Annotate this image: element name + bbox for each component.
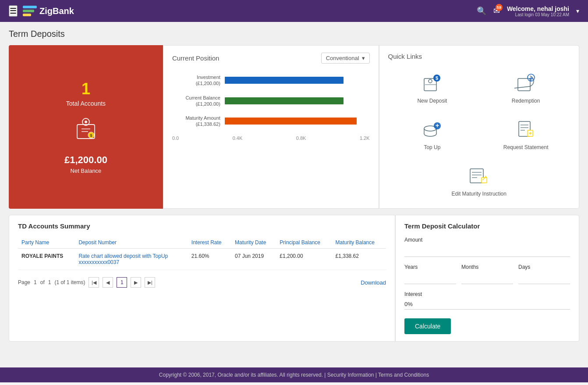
svg-rect-12 [518, 78, 530, 91]
bar-label-balance: Current Balance(£1,200.00) [172, 95, 225, 107]
col-principal-balance: Principal Balance [276, 237, 332, 249]
header-right: 🔍 ✉ 59 Welcome, nehal joshi Last login 0… [477, 5, 579, 17]
quick-link-top-up[interactable]: + Top Up [388, 114, 477, 155]
svg-point-8 [429, 79, 432, 83]
bar-investment [225, 77, 344, 84]
bar-container-maturity [225, 118, 370, 125]
bar-balance [225, 97, 344, 104]
logo-stripe-1 [23, 6, 37, 8]
deposit-number-link[interactable]: xxxxxxxxxxx0037 [78, 259, 184, 265]
logo-text: ZigBank [39, 6, 74, 16]
bar-row-maturity: Maturity Amount(£1,338.62) [172, 115, 370, 128]
years-input[interactable] [404, 274, 456, 284]
calculate-button[interactable]: Calculate [404, 318, 451, 334]
header: ☰ ZigBank 🔍 ✉ 59 Welcome, nehal joshi La… [0, 0, 588, 22]
chart-header: Current Position Conventional ▾ [172, 53, 370, 64]
quick-link-edit-maturity[interactable]: Edit Maturity Instruction [388, 160, 570, 201]
interest-value: 0% [404, 299, 570, 310]
bar-container-investment [225, 77, 370, 84]
col-maturity-balance: Maturity Balance [332, 237, 386, 249]
quick-links-grid: $ New Deposit [388, 67, 570, 201]
col-party-name: Party Name [18, 237, 75, 249]
bottom-section: TD Accounts Summary Party Name Deposit N… [9, 215, 579, 342]
download-button[interactable]: Download [361, 279, 386, 286]
quick-links-title: Quick Links [388, 53, 570, 60]
days-col: Days [518, 264, 570, 284]
cell-interest-rate: 21.60% [188, 249, 231, 270]
redemption-label: Redemption [512, 98, 540, 104]
hamburger-menu[interactable]: ☰ [9, 5, 18, 17]
svg-point-2 [85, 121, 87, 123]
interest-label: Interest [404, 291, 570, 297]
logo: ZigBank [23, 6, 74, 16]
summary-table: Party Name Deposit Number Interest Rate … [18, 237, 386, 270]
cell-principal-balance: £1,200.00 [276, 249, 332, 270]
chart-dropdown-label: Conventional [326, 55, 359, 61]
logo-stripe-2 [23, 10, 34, 12]
years-col: Years [404, 264, 456, 284]
total-accounts-label: Total Accounts [66, 100, 106, 107]
bar-container-balance [225, 97, 370, 104]
party-name-value: ROYALE PAINTS [21, 253, 63, 259]
first-page-button[interactable]: |◀ [89, 277, 99, 288]
bar-label-maturity: Maturity Amount(£1,338.62) [172, 115, 225, 128]
months-col: Months [461, 264, 513, 284]
bar-row-investment: Investment(£1,200.00) [172, 74, 370, 87]
prev-page-button[interactable]: ◀ [103, 277, 113, 288]
quick-link-request-statement[interactable]: Request Statement [482, 114, 570, 155]
quick-link-redemption[interactable]: Redemption [482, 67, 570, 108]
td-summary-card: TD Accounts Summary Party Name Deposit N… [9, 215, 395, 342]
bar-chart: Investment(£1,200.00) Current Balance(£1… [172, 71, 370, 144]
last-login: Last login 03 May 10:22 AM [507, 12, 569, 17]
terms-link[interactable]: Terms and Conditions [378, 372, 429, 378]
table-header-row: Party Name Deposit Number Interest Rate … [18, 237, 386, 249]
net-balance-label: Net Balance [71, 168, 102, 174]
header-left: ☰ ZigBank [9, 5, 477, 17]
edit-maturity-label: Edit Maturity Instruction [452, 191, 507, 197]
quick-link-new-deposit[interactable]: $ New Deposit [388, 67, 477, 108]
deposit-link-text[interactable]: Rate chart allowed deposit with TopUp [78, 253, 184, 259]
days-input[interactable] [518, 274, 570, 284]
request-statement-label: Request Statement [503, 144, 549, 150]
svg-line-13 [514, 86, 530, 88]
main-content: Term Deposits 1 Total Accounts $ £1,200.… [0, 22, 588, 367]
amount-input[interactable] [404, 246, 570, 257]
net-balance: £1,200.00 [64, 154, 107, 166]
months-label: Months [461, 264, 513, 270]
footer-text: Copyright © 2006, 2017, Oracle and/or it… [159, 372, 429, 378]
cell-party-name: ROYALE PAINTS [18, 249, 75, 270]
days-label: Days [518, 264, 570, 270]
cell-deposit-number: Rate chart allowed deposit with TopUp xx… [75, 249, 188, 270]
chart-dropdown[interactable]: Conventional ▾ [321, 53, 370, 64]
axis-label-08k: 0.8K [296, 135, 306, 141]
calc-title: Term Deposit Calculator [404, 222, 570, 230]
search-button[interactable]: 🔍 [477, 6, 486, 16]
top-up-label: Top Up [424, 144, 440, 150]
months-input[interactable] [461, 274, 513, 284]
axis-label-04k: 0.4K [233, 135, 243, 141]
deposit-icon: $ [73, 116, 99, 147]
security-info-link[interactable]: Security Information [327, 372, 374, 378]
page-number-display: 1 [117, 277, 127, 288]
amount-label: Amount [404, 237, 570, 243]
total-accounts-number: 1 [81, 80, 90, 98]
top-up-icon: + [421, 118, 443, 141]
last-page-button[interactable]: ▶| [145, 277, 155, 288]
quick-links-card: Quick Links $ New Deposit [379, 45, 579, 209]
page-title: Term Deposits [9, 29, 579, 39]
account-card: 1 Total Accounts $ £1,200.00 Net Balance [9, 45, 163, 209]
years-label: Years [404, 264, 456, 270]
mail-button[interactable]: ✉ 59 [493, 6, 500, 16]
col-maturity-date: Maturity Date [231, 237, 276, 249]
total-pages: 1 [48, 279, 51, 285]
footer: Copyright © 2006, 2017, Oracle and/or it… [0, 367, 588, 382]
top-section: 1 Total Accounts $ £1,200.00 Net Balance… [9, 45, 579, 209]
next-page-button[interactable]: ▶ [131, 277, 141, 288]
table-row: ROYALE PAINTS Rate chart allowed deposit… [18, 249, 386, 270]
chart-title: Current Position [172, 54, 220, 62]
svg-text:+: + [436, 122, 439, 129]
chart-card: Current Position Conventional ▾ Investme… [163, 45, 379, 209]
calc-duration-row: Years Months Days [404, 264, 570, 284]
bar-maturity [225, 118, 357, 125]
user-menu-chevron[interactable]: ▾ [576, 7, 579, 14]
